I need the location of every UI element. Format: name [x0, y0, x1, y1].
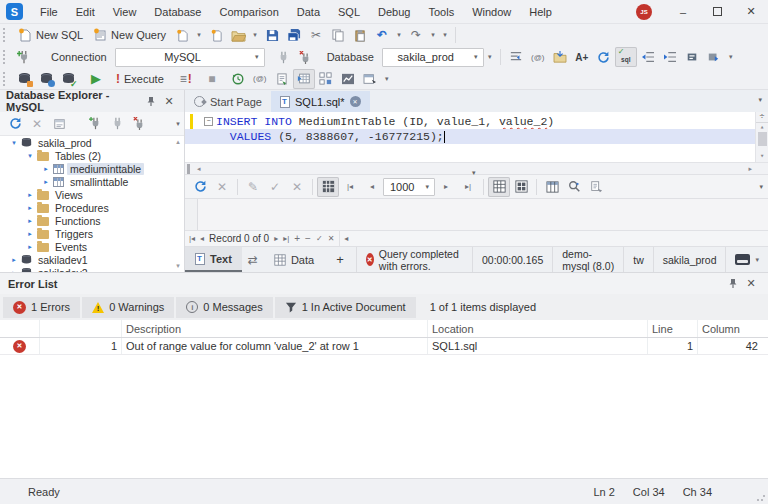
close-icon[interactable]: ✕: [160, 92, 178, 110]
menu-comparison[interactable]: Comparison: [210, 0, 287, 23]
chevron-right-icon[interactable]: ▸: [26, 230, 34, 238]
filter-active-document-button[interactable]: 1 In Active Document: [275, 297, 416, 318]
chevron-right-icon[interactable]: ▸: [26, 243, 34, 251]
menu-data[interactable]: Data: [288, 0, 329, 23]
results-grid[interactable]: [185, 198, 768, 230]
decrease-indent-button[interactable]: [637, 47, 659, 67]
explorer-properties-button[interactable]: [48, 114, 70, 134]
chevron-right-icon[interactable]: ▸: [10, 256, 18, 264]
query-builder-button[interactable]: [315, 69, 337, 89]
chevron-right-icon[interactable]: ▸: [42, 178, 50, 186]
sql-formatting-toggle[interactable]: sql ✓: [615, 47, 637, 67]
menu-view[interactable]: View: [104, 0, 146, 23]
redo-button[interactable]: ↷: [405, 25, 427, 45]
new-sql-button[interactable]: New SQL: [13, 25, 88, 45]
incremental-search-button[interactable]: [563, 177, 585, 197]
menu-edit[interactable]: Edit: [67, 0, 104, 23]
toolbar-grip[interactable]: [3, 72, 8, 86]
save-button[interactable]: [261, 25, 283, 45]
undo-button[interactable]: ↶: [371, 25, 393, 45]
increase-indent-button[interactable]: [659, 47, 681, 67]
fold-collapse-icon[interactable]: −: [204, 117, 213, 126]
editor-vertical-scrollbar[interactable]: ÷ ▴ ▾: [755, 112, 768, 162]
close-icon[interactable]: ✕: [742, 275, 760, 293]
uppercase-keywords-button[interactable]: A+: [571, 47, 593, 67]
splitter-handle[interactable]: [187, 164, 193, 174]
validate-button[interactable]: ✓: [57, 69, 79, 89]
first-record-button[interactable]: |◂: [189, 234, 195, 243]
menu-database[interactable]: Database: [145, 0, 210, 23]
redo-dropdown[interactable]: ▾: [427, 25, 439, 45]
edit-parameters-button[interactable]: (@): [249, 69, 271, 89]
toolbar3-overflow[interactable]: ▾: [381, 69, 393, 89]
minimize-button[interactable]: –: [666, 0, 700, 23]
disconnect-button[interactable]: [295, 47, 317, 67]
paste-button[interactable]: [349, 25, 371, 45]
stop-button[interactable]: ■: [201, 69, 223, 89]
execute-button[interactable]: ! Execute: [111, 69, 169, 89]
grid-horizontal-scrollbar[interactable]: ◂: [339, 231, 768, 246]
tab-list-dropdown[interactable]: ▾: [758, 96, 762, 104]
database-overflow[interactable]: ▾: [484, 47, 496, 67]
prev-record-button[interactable]: ◂: [200, 234, 204, 243]
scroll-right-icon[interactable]: ▸: [748, 165, 752, 173]
tree-node-functions[interactable]: ▸ Functions: [0, 214, 184, 227]
parameters-button[interactable]: (@): [527, 47, 549, 67]
tree-node-sakiladev1[interactable]: ▸ sakiladev1: [0, 253, 184, 266]
edit-row-button[interactable]: ✎: [242, 177, 264, 197]
open-containing-folder-button[interactable]: [549, 47, 571, 67]
generate-script-button[interactable]: [271, 69, 293, 89]
uncomment-button[interactable]: [703, 47, 725, 67]
query-profiler-button[interactable]: [337, 69, 359, 89]
explorer-disconnect-button[interactable]: [128, 114, 150, 134]
connection-indicator[interactable]: ▾: [725, 247, 768, 272]
column-header-line[interactable]: Line: [648, 320, 698, 337]
column-header-location[interactable]: Location: [428, 320, 648, 337]
tree-node-tables[interactable]: ▾ Tables (2): [0, 149, 184, 162]
chevron-right-icon[interactable]: ▸: [26, 191, 34, 199]
scroll-down-icon[interactable]: ▾: [176, 262, 180, 270]
editor-splitter-handle[interactable]: ÷: [756, 112, 768, 123]
comment-button[interactable]: [681, 47, 703, 67]
first-page-button[interactable]: |◂: [339, 177, 361, 197]
last-page-button[interactable]: ▸|: [457, 177, 479, 197]
user-avatar[interactable]: JS: [636, 4, 652, 20]
next-page-button[interactable]: ▸: [435, 177, 457, 197]
new-document-button[interactable]: [171, 25, 193, 45]
delete-record-button[interactable]: −: [305, 233, 311, 244]
attach-results-toggle[interactable]: [293, 69, 315, 89]
column-header-description[interactable]: Description: [122, 320, 428, 337]
format-document-button[interactable]: [505, 47, 527, 67]
menu-sql[interactable]: SQL: [329, 0, 369, 23]
paging-toggle[interactable]: [317, 177, 339, 197]
toolbar1-overflow[interactable]: ▾: [439, 25, 451, 45]
cancel-changes-button[interactable]: ✕: [286, 177, 308, 197]
refresh-code-completion-button[interactable]: [593, 47, 615, 67]
card-view-button[interactable]: [510, 177, 532, 197]
explorer-new-connection-button[interactable]: [84, 114, 106, 134]
run-button[interactable]: ▶: [85, 69, 107, 89]
filter-errors-button[interactable]: ✕ 1 Errors: [3, 297, 80, 318]
query-history-button[interactable]: [227, 69, 249, 89]
explorer-delete-button[interactable]: ✕: [26, 114, 48, 134]
column-visibility-button[interactable]: [541, 177, 563, 197]
column-header-column[interactable]: Column: [698, 320, 768, 337]
menu-file[interactable]: File: [31, 0, 67, 23]
tree-node-events[interactable]: ▸ Events: [0, 240, 184, 253]
explorer-connect-button[interactable]: [106, 114, 128, 134]
connect-button[interactable]: [273, 47, 295, 67]
add-view-button[interactable]: +: [324, 247, 356, 272]
editor-horizontal-scrollbar[interactable]: ◂ ▸: [185, 162, 768, 174]
scroll-down-icon[interactable]: ▾: [760, 152, 764, 160]
last-record-button[interactable]: ▸|: [283, 234, 289, 243]
filter-warnings-button[interactable]: 0 Warnings: [82, 297, 174, 318]
scrollbar-thumb[interactable]: [758, 132, 767, 146]
explorer-toolbar-overflow[interactable]: ▾: [172, 114, 184, 134]
tab-text-view[interactable]: Text: [185, 247, 242, 272]
prev-page-button[interactable]: ◂: [361, 177, 383, 197]
open-file-button[interactable]: [227, 25, 249, 45]
error-row[interactable]: ✕ 1 Out of range value for column 'value…: [0, 338, 768, 355]
post-edit-button[interactable]: ✓: [316, 234, 323, 243]
cut-button[interactable]: ✂: [305, 25, 327, 45]
new-query-button[interactable]: New Query: [88, 25, 171, 45]
